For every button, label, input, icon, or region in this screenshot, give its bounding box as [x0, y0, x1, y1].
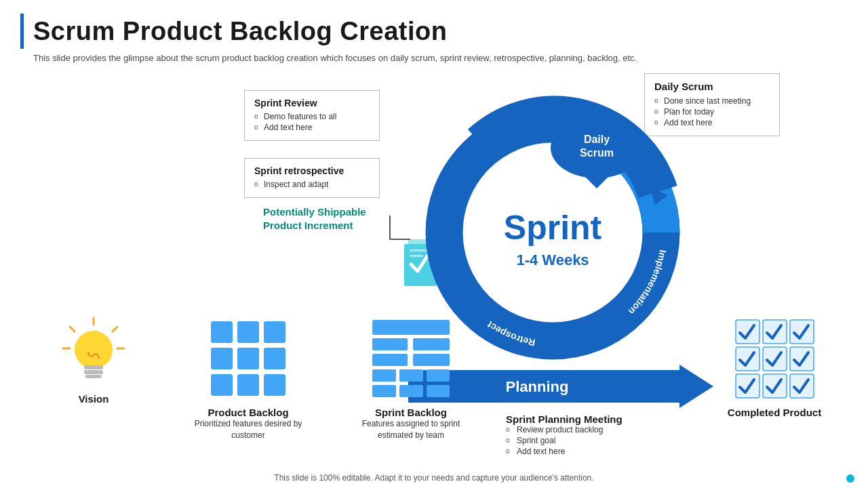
svg-rect-29: [237, 348, 259, 369]
svg-rect-23: [84, 370, 103, 374]
svg-text:Daily: Daily: [584, 134, 610, 145]
vision-label: Vision: [79, 393, 109, 405]
product-backlog-label: Product Backlog: [208, 407, 288, 418]
shippable-line2: Product Increment: [263, 220, 353, 231]
connector-line: [387, 212, 414, 253]
product-backlog-item: Product Backlog Prioritized features des…: [167, 314, 330, 441]
svg-rect-24: [85, 375, 102, 378]
svg-rect-40: [399, 369, 423, 382]
sprint-planning-label: Sprint Planning Meeting: [506, 413, 623, 425]
sprint-review-item-1: Demo features to all: [254, 112, 370, 121]
completed-product-icon: [730, 314, 818, 403]
svg-rect-42: [372, 385, 396, 397]
content-area: Daily Scrum Done since last meeting Plan…: [20, 70, 848, 488]
svg-rect-30: [264, 348, 285, 369]
sprint-planning-item-2: Sprint goal: [506, 436, 603, 445]
title-bar: Scrum Product Backlog Creation: [20, 14, 848, 49]
sprint-planning-list: Review product backlog Sprint goal Add t…: [506, 425, 603, 458]
sprint-retro-box: Sprint retrospective Inspect and adapt: [244, 158, 380, 198]
product-backlog-icon: [204, 314, 292, 403]
svg-rect-27: [264, 321, 285, 343]
svg-rect-36: [413, 338, 450, 350]
sprint-review-title: Sprint Review: [254, 98, 370, 108]
svg-rect-35: [372, 338, 408, 350]
sprint-retro-title: Sprint retrospective: [254, 165, 370, 176]
footer-text: This slide is 100% editable. Adapt it to…: [274, 473, 593, 483]
svg-rect-28: [211, 348, 233, 369]
svg-rect-25: [211, 321, 233, 343]
title-accent: [20, 14, 24, 49]
sprint-review-box: Sprint Review Demo features to all Add t…: [244, 90, 380, 141]
svg-line-17: [70, 327, 75, 331]
svg-rect-41: [427, 369, 450, 382]
sprint-backlog-label: Sprint Backlog: [375, 407, 447, 418]
svg-rect-22: [84, 365, 103, 369]
svg-rect-33: [264, 374, 285, 396]
svg-text:Scrum: Scrum: [580, 147, 614, 159]
vision-item: Vision: [20, 314, 167, 405]
svg-line-18: [113, 327, 117, 331]
sprint-retro-list: Inspect and adapt: [254, 180, 370, 189]
sprint-backlog-item: Sprint Backlog Features assigned to spri…: [330, 314, 492, 441]
svg-rect-43: [399, 385, 423, 397]
completed-product-label: Completed Product: [728, 407, 821, 418]
svg-rect-38: [413, 354, 450, 366]
svg-rect-37: [372, 354, 408, 366]
svg-rect-31: [211, 374, 233, 396]
svg-text:Sprint: Sprint: [504, 209, 602, 247]
main-title: Scrum Product Backlog Creation: [33, 17, 447, 46]
svg-rect-34: [372, 320, 450, 335]
bottom-row: Vision Product Backlog Prioritized: [20, 314, 848, 458]
svg-rect-39: [372, 369, 396, 382]
dot-indicator: [846, 474, 854, 483]
svg-rect-44: [427, 385, 450, 397]
sprint-retro-item-1: Inspect and adapt: [254, 180, 370, 189]
shippable-line1: Potentially Shippable: [263, 206, 366, 218]
svg-point-21: [75, 331, 113, 369]
sprint-backlog-icon: [367, 314, 455, 403]
sprint-review-list: Demo features to all Add text here: [254, 112, 370, 132]
sprint-review-item-2: Add text here: [254, 123, 370, 132]
slide: Scrum Product Backlog Creation This slid…: [0, 0, 868, 488]
sprint-planning-item-3: Add text here: [506, 447, 603, 456]
completed-product-item: Completed Product: [701, 314, 848, 418]
sprint-planning-item: Sprint Planning Meeting Review product b…: [492, 314, 701, 458]
svg-rect-26: [237, 321, 259, 343]
shippable-label: Potentially Shippable Product Increment: [263, 205, 366, 232]
svg-rect-32: [237, 374, 259, 396]
vision-icon: [60, 314, 127, 389]
sprint-planning-item-1: Review product backlog: [506, 425, 603, 434]
product-backlog-desc: Prioritized features desired by customer: [194, 418, 302, 441]
sprint-backlog-desc: Features assigned to sprint estimated by…: [357, 418, 465, 441]
svg-text:1-4 Weeks: 1-4 Weeks: [516, 251, 589, 268]
subtitle: This slide provides the glimpse about th…: [33, 53, 848, 63]
